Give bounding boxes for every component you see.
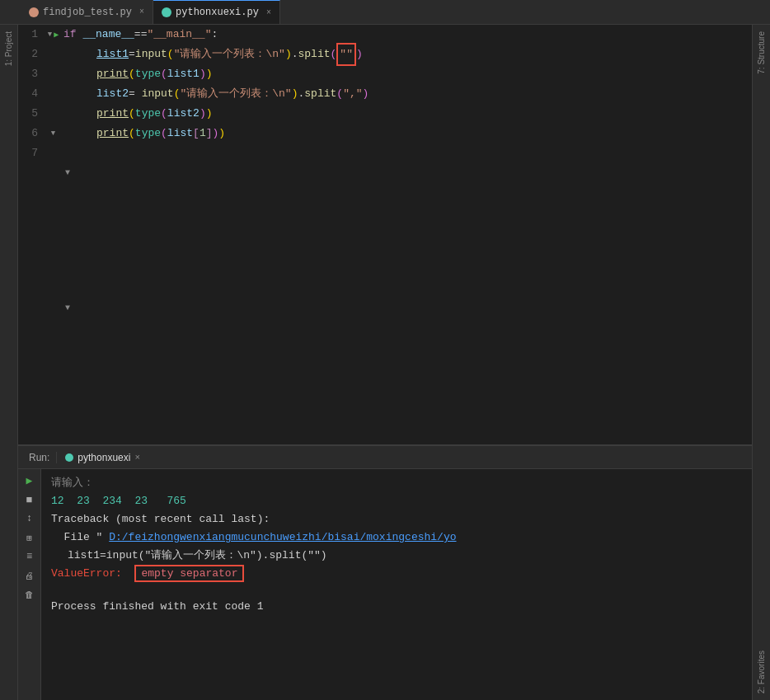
close-tab-2[interactable]: × — [266, 8, 271, 17]
run-tab-close[interactable]: × — [134, 453, 140, 463]
output-blank — [51, 583, 742, 598]
gutter-cell-5 — [43, 104, 63, 124]
output-nums: 12 23 234 23 765 — [51, 492, 742, 510]
run-tab-icon — [65, 453, 73, 462]
project-label: 1: Project — [4, 31, 13, 66]
run-label: Run: — [22, 452, 57, 463]
tab-label-1: findjob_test.py — [43, 7, 132, 18]
line-num-4: 4 — [18, 84, 43, 104]
fold-indicator-area: ▼ — [63, 163, 752, 183]
run-tab-bar: Run: pythonxuexi × — [18, 446, 752, 469]
gutter-cell-6: ▼ — [43, 124, 63, 143]
code-text-area[interactable]: if __name__ == "__main__" : list1 = inpu… — [63, 25, 752, 444]
fold-indicator[interactable]: ▼ — [65, 163, 70, 183]
gutter-cell-2 — [43, 45, 63, 64]
output-finish: Process finished with exit code 1 — [51, 598, 742, 616]
fold-arrow-6[interactable]: ▼ — [51, 129, 55, 138]
line-numbers: 1 2 3 4 5 6 7 — [18, 25, 43, 444]
code-line-6: print ( type ( list [ 1 ] ) ) — [63, 124, 752, 143]
line-num-7: 7 — [18, 143, 43, 163]
gutter-cell-3 — [43, 64, 63, 84]
gutter-cell-7 — [43, 143, 63, 163]
run-rerun-btn[interactable]: ↕ — [21, 510, 38, 527]
output-file-link[interactable]: D:/feizhongwenxiangmucunchuweizhi/bisai/… — [109, 531, 456, 543]
run-content: ▶ ■ ↕ ⊞ ≡ 🖨 🗑 请输入： 12 23 234 23 765 Trac… — [18, 469, 752, 700]
tab-label-2: pythonxuexi.py — [176, 7, 259, 18]
tab-pythonxuexi[interactable]: pythonxuexi.py × — [153, 0, 280, 24]
error-label: ValueError: — [51, 567, 129, 580]
run-tab-pythonxuexi[interactable]: pythonxuexi × — [57, 452, 148, 463]
python-icon-2 — [162, 7, 171, 17]
bottom-fold-area: ▼ — [63, 298, 752, 318]
code-line-5: print ( type ( list2 ) ) — [63, 104, 752, 124]
line-num-2: 2 — [18, 45, 43, 64]
run-arrow-1[interactable]: ▶ — [54, 30, 59, 40]
editor-empty-space — [63, 183, 752, 298]
line-num-5: 5 — [18, 104, 43, 124]
run-clear-btn[interactable]: 🗑 — [21, 586, 38, 603]
output-traceback: Traceback (most recent call last): — [51, 510, 742, 529]
error-highlight: empty separator — [134, 565, 244, 582]
output-prev-line: 请输入： — [51, 474, 742, 492]
output-error-line: ValueError: empty separator — [51, 565, 742, 583]
code-line-4: list2 = input ( "请输入一个列表：\n" ) . split (… — [63, 84, 752, 104]
line-num-1: 1 — [18, 25, 43, 45]
bottom-fold-indicator[interactable]: ▼ — [65, 298, 70, 318]
project-sidebar: 1: Project — [0, 25, 18, 700]
run-grid-btn[interactable]: ⊞ — [21, 529, 38, 546]
output-code-line: list1=input("请输入一个列表：\n").split("") — [51, 547, 742, 565]
line-num-3: 3 — [18, 64, 43, 84]
run-print-btn[interactable]: 🖨 — [21, 567, 38, 584]
close-tab-1[interactable]: × — [139, 7, 144, 16]
run-panel: Run: pythonxuexi × ▶ ■ ↕ ⊞ ≡ — [18, 444, 752, 700]
run-toolbar: ▶ ■ ↕ ⊞ ≡ 🖨 🗑 — [18, 469, 41, 700]
highlighted-empty-string: "" — [336, 43, 356, 66]
python-icon-1 — [29, 7, 39, 17]
line-gutter: 1 2 3 4 5 6 7 ▼ ▶ — [18, 25, 63, 444]
run-list-btn[interactable]: ≡ — [21, 548, 38, 565]
tab-findjob[interactable]: findjob_test.py × — [21, 0, 153, 24]
code-line-3: print ( type ( list1 ) ) — [63, 64, 752, 84]
code-line-7 — [63, 143, 752, 163]
run-tab-label: pythonxuexi — [77, 452, 130, 463]
structure-label: 7: Structure — [757, 31, 766, 74]
z-structure-sidebar: 7: Structure 2: Favorites — [752, 25, 770, 700]
code-line-1: if __name__ == "__main__" : — [63, 25, 752, 45]
run-stop-btn[interactable]: ■ — [21, 491, 38, 508]
line-num-6: 6 — [18, 124, 43, 143]
output-file-line: File " D:/feizhongwenxiangmucunchuweizhi… — [51, 529, 742, 547]
gutter-cell-1: ▼ ▶ — [43, 25, 63, 45]
fold-arrow-1[interactable]: ▼ — [48, 31, 52, 39]
fold-gutter: ▼ ▶ ▼ — [43, 25, 63, 444]
run-output: 请输入： 12 23 234 23 765 Traceback (most re… — [41, 469, 752, 700]
favorites-label: 2: Favorites — [757, 651, 766, 693]
tab-bar: findjob_test.py × pythonxuexi.py × — [0, 0, 770, 25]
code-line-2: list1 = input ( "请输入一个列表：\n" ) . split (… — [63, 45, 752, 64]
gutter-cell-4 — [43, 84, 63, 104]
run-play-btn[interactable]: ▶ — [21, 472, 38, 489]
code-editor: 1 2 3 4 5 6 7 ▼ ▶ — [18, 25, 752, 444]
